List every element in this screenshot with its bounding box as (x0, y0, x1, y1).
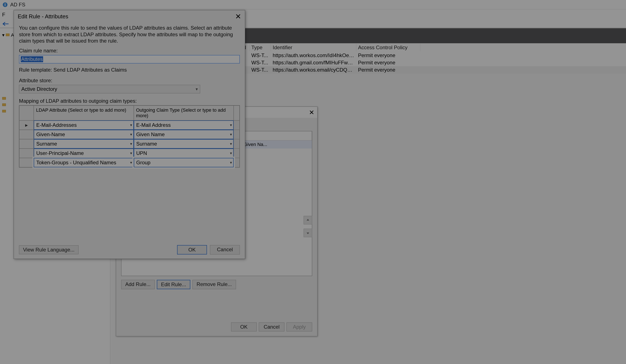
chevron-down-icon[interactable]: ▾ (130, 123, 132, 128)
folder-icon (2, 102, 6, 106)
label-mapping: Mapping of LDAP attributes to outgoing c… (19, 98, 240, 104)
col-identifier: Identifier (271, 44, 356, 51)
move-up-button[interactable] (304, 216, 312, 224)
svg-rect-3 (2, 97, 6, 99)
chevron-down-icon[interactable]: ▾ (230, 151, 232, 156)
chevron-down-icon[interactable]: ▾ (130, 141, 132, 146)
add-rule-button[interactable]: Add Rule... (121, 280, 155, 289)
col-policy: Access Control Policy (356, 44, 420, 51)
mapping-row[interactable]: E-Mail-Addresses▾ E-Mail Address▾ (19, 120, 240, 130)
chevron-down-icon[interactable]: ▾ (230, 132, 232, 137)
label-rule-template: Rule template: Send LDAP Attributes as C… (19, 67, 240, 73)
svg-rect-4 (2, 103, 6, 106)
chevron-down-icon[interactable]: ▾ (130, 151, 132, 156)
edit-rule-intro: You can configure this rule to send the … (19, 25, 240, 44)
folder-icon (2, 96, 6, 100)
cancel-button[interactable]: Cancel (259, 323, 284, 331)
dialog-titlebar: Edit Rule - Attributes ✕ (14, 10, 245, 23)
edit-rule-dialog: Edit Rule - Attributes ✕ You can configu… (14, 10, 245, 259)
mapping-grid[interactable]: LDAP Attribute (Select or type to add mo… (19, 105, 240, 167)
col-type: Type (250, 44, 271, 51)
close-icon[interactable]: ✕ (309, 109, 314, 116)
back-arrow-icon[interactable] (2, 21, 9, 28)
menu-file[interactable]: F (2, 12, 5, 18)
row-indicator-icon (19, 130, 34, 139)
view-rule-language-button[interactable]: View Rule Language... (19, 245, 78, 254)
mapping-row[interactable]: User-Principal-Name▾ UPN▾ (19, 149, 240, 158)
chevron-down-icon[interactable]: ▾ (230, 123, 232, 128)
row-indicator-icon (19, 139, 34, 149)
move-down-button[interactable] (304, 229, 312, 237)
edit-rule-title: Edit Rule - Attributes (18, 13, 68, 20)
row-indicator-icon (19, 149, 34, 158)
folder-icon (6, 33, 10, 37)
col-outgoing-claim: Outgoing Claim Type (Select or type to a… (134, 105, 234, 120)
attribute-store-value: Active Directory (21, 86, 57, 92)
mapping-row-highlighted[interactable]: Token-Groups - Unqualified Names▾ Group▾ (19, 158, 240, 167)
chevron-down-icon: ▾ (196, 87, 198, 92)
svg-rect-1 (4, 3, 6, 6)
svg-rect-2 (6, 34, 9, 36)
edit-rule-button[interactable]: Edit Rule... (157, 280, 190, 289)
col-ldap-attribute: LDAP Attribute (Select or type to add mo… (34, 105, 134, 120)
attribute-store-select[interactable]: Active Directory ▾ (19, 85, 200, 93)
chevron-down-icon[interactable]: ▾ (130, 132, 132, 137)
folder-icon (2, 109, 6, 113)
adfs-icon (2, 2, 8, 8)
label-claim-rule-name: Claim rule name: (19, 48, 240, 54)
mapping-row[interactable]: Surname▾ Surname▾ (19, 139, 240, 149)
remove-rule-button[interactable]: Remove Rule... (193, 280, 236, 289)
ok-button[interactable]: OK (231, 323, 257, 331)
chevron-down-icon[interactable]: ▾ (130, 160, 132, 165)
row-indicator-icon (19, 158, 34, 167)
claim-rule-name-input[interactable]: Attributes (19, 55, 240, 64)
apply-button[interactable]: Apply (286, 323, 312, 331)
chevron-down-icon[interactable]: ▾ (230, 160, 232, 165)
app-title: AD FS (10, 2, 25, 8)
row-indicator-icon (19, 120, 34, 130)
svg-rect-5 (2, 110, 6, 112)
cancel-button[interactable]: Cancel (210, 245, 240, 255)
chevron-down-icon[interactable]: ▾ (230, 141, 232, 146)
close-icon[interactable]: ✕ (235, 13, 241, 20)
ok-button[interactable]: OK (177, 245, 207, 255)
label-attribute-store: Attribute store: (19, 78, 240, 84)
app-titlebar: AD FS (0, 0, 626, 9)
mapping-row[interactable]: Given-Name▾ Given Name▾ (19, 130, 240, 139)
